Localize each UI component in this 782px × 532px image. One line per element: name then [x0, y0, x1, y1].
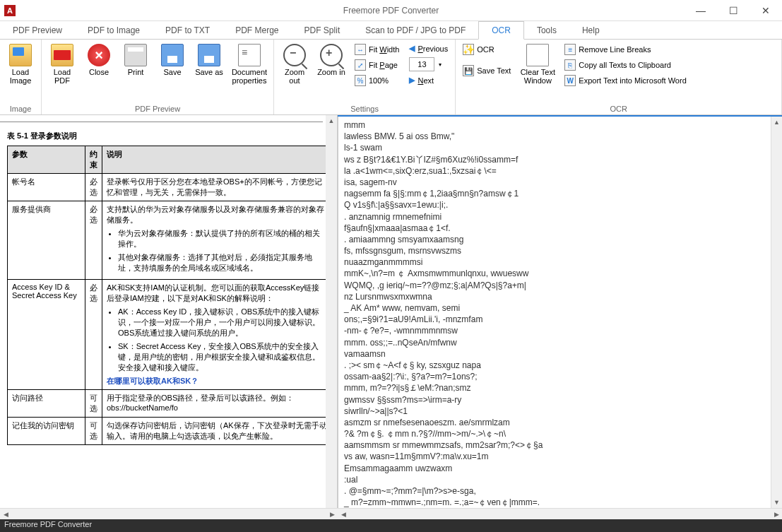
table-row: Access Key ID & Secret Access Key必选AK和SK…	[8, 280, 332, 390]
cell-param: 访问路径	[8, 390, 85, 418]
ocr-label: OCR	[477, 45, 494, 54]
window-title: Freemore PDF Converter	[343, 6, 439, 16]
zoom-out-icon	[283, 44, 306, 66]
pdf-table-title: 表 5-1 登录参数说明	[7, 131, 337, 141]
save-as-button[interactable]: Save as	[193, 42, 225, 78]
tab-pdf-split[interactable]: PDF Split	[292, 21, 353, 39]
scroll-right-icon[interactable]: ▶	[326, 509, 338, 519]
save-label: Save	[163, 68, 181, 76]
preview-scrollbar-v[interactable]: ▲ ▼	[326, 115, 337, 519]
tab-pdf-merge[interactable]: PDF Merge	[223, 21, 291, 39]
copy-icon: ⎘	[564, 59, 576, 71]
scroll-left-icon[interactable]: ◀	[338, 509, 349, 519]
scroll-track[interactable]	[11, 509, 326, 519]
ocr-button[interactable]: ✨ OCR	[460, 42, 514, 57]
ribbon-group-ocr: ✨ OCR 💾 Save Text Clear Text Window ≡ Re…	[456, 40, 782, 114]
pdf-table: 参数 约束 说明 帐号名必选登录帐号仅用于区分您在本地登录OBS+的不同帐号，方…	[7, 146, 332, 445]
content-area: ▲ ▼ 表 5-1 登录参数说明 参数 约束 说明 帐号名必选登录帐号仅用于区分…	[0, 115, 782, 519]
doc-props-icon	[238, 44, 261, 66]
remove-breaks-label: Remove Line Breaks	[579, 45, 651, 54]
app-icon: A	[4, 5, 16, 16]
ribbon-label-image: Image	[4, 103, 37, 114]
menubar: PDF Preview PDF to Image PDF to TXT PDF …	[0, 21, 782, 40]
remove-breaks-button[interactable]: ≡ Remove Line Breaks	[562, 42, 689, 57]
fit-page-button[interactable]: ⤢ Fit Page	[352, 58, 402, 72]
minimize-button[interactable]: —	[685, 0, 717, 21]
th-param: 参数	[8, 146, 85, 174]
copy-all-button[interactable]: ⎘ Copy all Texts to Clipboard	[562, 58, 689, 72]
ribbon: Load Image Image Load PDF Close Print Sa…	[0, 40, 782, 115]
titlebar: A Freemore PDF Converter — ☐ ✕	[0, 0, 782, 21]
page-dropdown-icon[interactable]: ▾	[439, 61, 442, 68]
cell-desc: 支持默认的华为云对象存储服务以及对象存储服务兼容的对象存储服务。华为云对象存储服…	[102, 201, 332, 280]
scroll-up-icon[interactable]: ▲	[326, 115, 337, 126]
arrow-right-icon: ▶	[409, 76, 415, 85]
doc-properties-button[interactable]: Document properties	[230, 42, 269, 86]
ribbon-label-settings: Settings	[278, 103, 451, 114]
tab-scan-to-pdf[interactable]: Scan to PDF / JPG to PDF	[353, 21, 478, 39]
th-desc: 说明	[102, 146, 332, 174]
doc-props-label: Document properties	[231, 68, 268, 85]
cell-param: 服务提供商	[8, 201, 85, 280]
load-pdf-button[interactable]: Load PDF	[46, 42, 78, 86]
previous-button[interactable]: ◀ Previous	[406, 42, 451, 54]
zoom-out-button[interactable]: Zoom out	[278, 42, 311, 86]
pdf-preview-pane: ▲ ▼ 表 5-1 登录参数说明 参数 约束 说明 帐号名必选登录帐号仅用于区分…	[0, 115, 338, 519]
scroll-right-icon[interactable]: ▶	[771, 509, 782, 519]
ocr-scrollbar-h[interactable]: ◀ ▶	[338, 508, 782, 519]
word-icon: W	[564, 75, 576, 86]
print-button[interactable]: Print	[119, 42, 152, 78]
ribbon-label-ocr: OCR	[460, 103, 777, 114]
tab-ocr[interactable]: OCR	[478, 21, 524, 40]
cell-req: 可选	[85, 418, 102, 445]
table-row: 帐号名必选登录帐号仅用于区分您在本地登录OBS+的不同帐号，方便您记忆和管理，与…	[8, 174, 332, 201]
preview-scrollbar-h[interactable]: ◀ ▶	[0, 508, 338, 519]
close-label: Close	[89, 68, 109, 76]
save-as-icon	[198, 44, 220, 66]
ocr-icon: ✨	[463, 44, 474, 55]
scroll-up-icon[interactable]: ▲	[771, 117, 782, 128]
tab-pdf-preview[interactable]: PDF Preview	[0, 21, 75, 39]
scroll-track[interactable]	[349, 509, 771, 519]
save-text-button[interactable]: 💾 Save Text	[460, 64, 514, 78]
zoom-in-button[interactable]: Zoom in	[315, 42, 348, 78]
statusbar: Freemore PDF Converter	[0, 519, 782, 532]
zoom-in-icon	[320, 44, 343, 66]
save-button[interactable]: Save	[156, 42, 189, 78]
close-window-button[interactable]: ✕	[750, 0, 782, 21]
save-as-label: Save as	[195, 68, 223, 76]
next-button[interactable]: ▶ Next	[406, 74, 451, 86]
folder-image-icon	[9, 44, 32, 66]
cell-req: 必选	[85, 280, 102, 390]
clear-text-button[interactable]: Clear Text Window	[518, 42, 557, 86]
clear-text-icon	[526, 44, 549, 66]
close-icon	[88, 44, 110, 66]
close-button[interactable]: Close	[83, 42, 115, 78]
maximize-button[interactable]: ☐	[717, 0, 750, 21]
ocr-output-pane: mmm lawless BMW. 5 ai oss Bmw," ls-1 swa…	[338, 115, 782, 519]
ocr-scrollbar-v[interactable]: ▲ ▼	[771, 117, 782, 508]
page-input[interactable]	[409, 57, 434, 71]
pdf-page: 表 5-1 登录参数说明 参数 约束 说明 帐号名必选登录帐号仅用于区分您在本地…	[0, 115, 337, 445]
hundred-button[interactable]: % 100%	[352, 73, 402, 88]
folder-pdf-icon	[51, 44, 73, 66]
cell-desc: 登录帐号仅用于区分您在本地登录OBS+的不同帐号，方便您记忆和管理，与无关，无需…	[102, 174, 332, 201]
export-word-button[interactable]: W Export Text into Microsoft Word	[562, 73, 689, 88]
ocr-text[interactable]: mmm lawless BMW. 5 ai oss Bmw," ls-1 swa…	[338, 117, 771, 508]
page-number: ▾	[406, 56, 451, 73]
scroll-down-icon[interactable]: ▼	[771, 497, 782, 508]
zoom-in-label: Zoom in	[317, 68, 345, 76]
scroll-left-icon[interactable]: ◀	[0, 509, 11, 519]
cell-param: Access Key ID & Secret Access Key	[8, 280, 85, 390]
fit-width-button[interactable]: ↔ Fit Width	[352, 42, 402, 57]
tab-pdf-to-txt[interactable]: PDF to TXT	[153, 21, 223, 39]
ribbon-group-image: Load Image Image	[0, 40, 42, 114]
tab-pdf-to-image[interactable]: PDF to Image	[75, 21, 153, 39]
tab-tools[interactable]: Tools	[524, 21, 569, 39]
export-word-label: Export Text into Microsoft Word	[579, 76, 686, 85]
ribbon-group-pdf-preview: Load PDF Close Print Save Save as Docume…	[42, 40, 274, 114]
tab-help[interactable]: Help	[569, 21, 612, 39]
load-image-button[interactable]: Load Image	[4, 42, 37, 86]
pdf-link[interactable]: 在哪里可以获取AK和SK？	[107, 376, 327, 386]
page-header-crop	[0, 115, 323, 122]
